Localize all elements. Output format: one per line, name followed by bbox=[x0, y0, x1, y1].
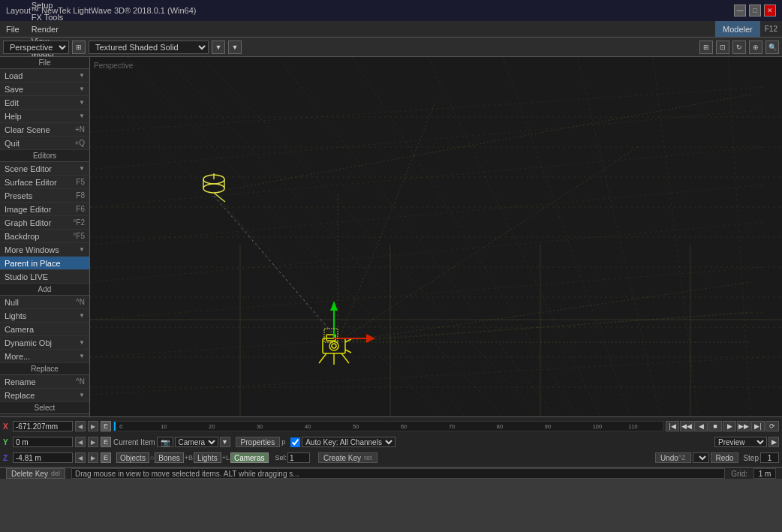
create-key-shortcut: ret bbox=[364, 454, 372, 461]
sidebar-dynamic-obj[interactable]: Dynamic Obj bbox=[0, 336, 89, 350]
sidebar-replace[interactable]: Replace bbox=[0, 389, 89, 402]
sidebar-surface-editor[interactable]: Surface Editor F5 bbox=[0, 176, 89, 189]
play-end-btn[interactable]: ▶| bbox=[751, 421, 765, 431]
sidebar-presets[interactable]: Presets F8 bbox=[0, 189, 89, 203]
sidebar-more-windows[interactable]: More Windows bbox=[0, 243, 89, 257]
y-key-btn[interactable]: E bbox=[101, 437, 111, 447]
sidebar-all[interactable]: All bbox=[0, 414, 89, 416]
shading-icon2[interactable]: ▼ bbox=[228, 41, 242, 54]
viewport-select[interactable]: Perspective bbox=[3, 41, 69, 54]
x-prev-btn[interactable]: ◀ bbox=[75, 421, 86, 431]
grid-value: 1 m bbox=[753, 468, 776, 479]
x-value[interactable]: -671.207mm bbox=[13, 421, 73, 431]
sidebar-null[interactable]: Null ^N bbox=[0, 296, 89, 309]
delete-key-btn[interactable]: Delete Key del bbox=[6, 468, 65, 479]
menu-item-render[interactable]: Render bbox=[26, 23, 70, 35]
sidebar-camera[interactable]: Camera bbox=[0, 323, 89, 336]
x-timeline-track[interactable]: 0 10 20 30 40 50 60 70 80 90 100 110 bbox=[113, 421, 663, 431]
sidebar-lights[interactable]: Lights bbox=[0, 309, 89, 323]
svg-text:60: 60 bbox=[401, 423, 407, 430]
autokey-checkbox[interactable] bbox=[290, 437, 300, 447]
z-prev-btn[interactable]: ◀ bbox=[75, 452, 86, 463]
lights-tab[interactable]: Lights bbox=[194, 452, 221, 463]
sidebar-save[interactable]: Save bbox=[0, 83, 89, 96]
z-value[interactable]: -4.81 m bbox=[13, 452, 73, 463]
file-section-header: File bbox=[0, 57, 89, 69]
preview-btn[interactable]: ▶ bbox=[768, 437, 779, 447]
sidebar-edit[interactable]: Edit bbox=[0, 96, 89, 110]
sidebar-scene-editor[interactable]: Scene Editor bbox=[0, 162, 89, 176]
sidebar-help[interactable]: Help bbox=[0, 110, 89, 123]
menu-item-setup[interactable]: Setup bbox=[26, 0, 70, 11]
sidebar-graph-editor[interactable]: Graph Editor °F2 bbox=[0, 216, 89, 230]
camera-icon[interactable]: ⊡ bbox=[716, 41, 729, 54]
redo-btn[interactable]: Redo bbox=[711, 452, 739, 463]
menu-item-fx-tools[interactable]: FX Tools bbox=[26, 11, 70, 23]
x-next-btn[interactable]: ▶ bbox=[88, 421, 98, 431]
z-axis-label: Z bbox=[3, 454, 11, 462]
prev-frame-btn[interactable]: ◀◀ bbox=[680, 421, 693, 431]
autokey-container: Auto Key: All Channels bbox=[290, 437, 396, 447]
sidebar-rename[interactable]: Rename ^N bbox=[0, 375, 89, 389]
undo-select[interactable] bbox=[693, 452, 709, 463]
sidebar-clear-scene[interactable]: Clear Scene +N bbox=[0, 123, 89, 137]
key-controls: Create Key ret bbox=[318, 452, 377, 463]
select-section-header: Select bbox=[0, 402, 89, 414]
sidebar-quit[interactable]: Quit +Q bbox=[0, 137, 89, 150]
next-frame-btn[interactable]: ▶▶ bbox=[737, 421, 750, 431]
properties-btn[interactable]: Properties bbox=[236, 437, 281, 447]
preview-select[interactable]: Preview bbox=[714, 437, 767, 447]
grid-icon[interactable]: ⊞ bbox=[699, 41, 713, 54]
play-fwd-btn[interactable]: ▶ bbox=[723, 421, 736, 431]
sidebar-parent-in-place[interactable]: Parent in Place bbox=[0, 257, 89, 270]
shading-select[interactable]: Textured Shaded Solid bbox=[89, 41, 209, 54]
stop-btn[interactable]: ■ bbox=[708, 421, 722, 431]
create-key-label: Create Key bbox=[323, 454, 361, 462]
svg-text:90: 90 bbox=[545, 423, 551, 430]
clear-scene-label: Clear Scene bbox=[5, 125, 50, 134]
bones-tab[interactable]: Bones bbox=[155, 452, 183, 463]
sidebar-studio-live[interactable]: Studio LIVE bbox=[0, 270, 89, 284]
y-value[interactable]: 0 m bbox=[13, 437, 73, 447]
cameras-tab[interactable]: Cameras bbox=[230, 452, 269, 463]
maximize-button[interactable]: □ bbox=[749, 5, 761, 17]
sidebar-load[interactable]: Load bbox=[0, 69, 89, 83]
undo-btn[interactable]: Undo ^Z bbox=[655, 452, 691, 463]
search-icon[interactable]: 🔍 bbox=[765, 41, 779, 54]
z-key-btn[interactable]: E bbox=[101, 452, 111, 463]
sidebar-more[interactable]: More... bbox=[0, 350, 89, 363]
svg-text:30: 30 bbox=[257, 423, 263, 430]
minimize-button[interactable]: — bbox=[734, 5, 746, 17]
step-value[interactable]: 1 bbox=[760, 452, 779, 463]
y-prev-btn[interactable]: ◀ bbox=[75, 437, 86, 447]
x-key-btn[interactable]: E bbox=[101, 421, 111, 431]
toolbar-row: Perspective ⊞ Textured Shaded Solid ▼ ▼ … bbox=[0, 38, 782, 57]
viewport-icon[interactable]: ⊞ bbox=[72, 41, 86, 54]
close-button[interactable]: ✕ bbox=[764, 5, 776, 17]
shading-icon1[interactable]: ▼ bbox=[212, 41, 225, 54]
svg-text:20: 20 bbox=[209, 423, 215, 430]
sidebar-backdrop[interactable]: Backdrop °F5 bbox=[0, 230, 89, 243]
replace-section-header: Replace bbox=[0, 363, 89, 375]
y-next-btn[interactable]: ▶ bbox=[88, 437, 98, 447]
create-key-btn[interactable]: Create Key ret bbox=[318, 452, 377, 463]
viewport[interactable]: Perspective bbox=[90, 57, 782, 416]
z-next-btn[interactable]: ▶ bbox=[88, 452, 98, 463]
sel-value: 1 bbox=[287, 452, 310, 463]
rotate-icon[interactable]: ↻ bbox=[732, 41, 746, 54]
play-start-btn[interactable]: |◀ bbox=[666, 421, 679, 431]
play-back-btn[interactable]: ◀ bbox=[694, 421, 708, 431]
file-menu[interactable]: File bbox=[0, 21, 26, 37]
objects-tab[interactable]: Objects bbox=[116, 452, 149, 463]
svg-text:70: 70 bbox=[449, 423, 455, 430]
status-text: Drag mouse in view to move selected item… bbox=[75, 470, 299, 478]
loop-btn[interactable]: ⟳ bbox=[765, 421, 779, 431]
menu-bar: File ItemsModifySetupFX ToolsRenderViewM… bbox=[0, 21, 782, 38]
sidebar-image-editor[interactable]: Image Editor F6 bbox=[0, 203, 89, 216]
zoom-icon[interactable]: ⊕ bbox=[749, 41, 762, 54]
current-item-select[interactable]: Camera bbox=[175, 437, 218, 447]
current-item-menu-btn[interactable]: ▼ bbox=[220, 437, 230, 447]
svg-text:Perspective: Perspective bbox=[94, 62, 134, 70]
autokey-select[interactable]: Auto Key: All Channels bbox=[302, 437, 396, 447]
modeler-button[interactable]: Modeler bbox=[715, 21, 760, 37]
